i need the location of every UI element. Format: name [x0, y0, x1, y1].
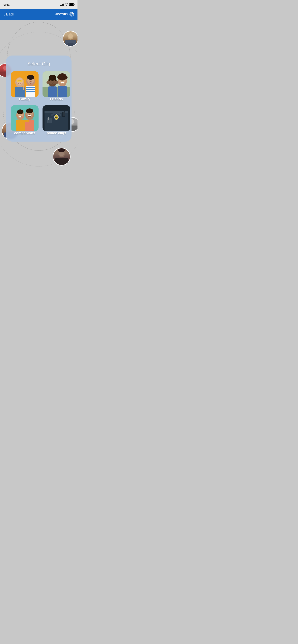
cliq-image-companions [11, 105, 39, 131]
svg-rect-52 [48, 86, 57, 97]
svg-rect-30 [22, 83, 23, 86]
svg-rect-40 [26, 91, 35, 92]
back-label: Back [6, 12, 14, 16]
svg-rect-60 [61, 82, 64, 83]
svg-rect-87 [49, 117, 49, 120]
cliq-image-police: PD [43, 105, 70, 131]
back-arrow-icon: ‹ [4, 12, 5, 17]
modal-title: Select Cliq [11, 61, 67, 66]
cliq-label-companions: companions [14, 131, 35, 135]
wifi-icon [65, 3, 68, 6]
svg-rect-73 [28, 115, 31, 116]
svg-rect-86 [48, 118, 51, 123]
history-icon [70, 12, 74, 16]
svg-rect-19 [55, 158, 68, 165]
svg-rect-75 [24, 120, 29, 122]
cliq-label-police: police cliqs [47, 131, 66, 135]
svg-rect-67 [19, 116, 22, 116]
cliq-image-family [11, 72, 39, 97]
svg-rect-38 [26, 87, 35, 88]
svg-rect-85 [64, 109, 65, 112]
cliq-item-companions[interactable]: companions [11, 105, 39, 135]
svg-rect-61 [58, 86, 67, 97]
back-button[interactable]: ‹ Back [4, 12, 14, 17]
history-button[interactable]: HISTORY [55, 12, 74, 16]
svg-rect-68 [16, 120, 25, 131]
select-cliq-modal: Select Cliq [6, 56, 72, 142]
svg-point-71 [26, 108, 33, 113]
svg-rect-35 [29, 82, 32, 82]
background-area: Select Cliq [0, 20, 77, 170]
svg-rect-31 [23, 83, 25, 86]
avatar-man-top-right [63, 31, 77, 46]
status-icons [60, 3, 74, 6]
svg-rect-39 [26, 89, 35, 90]
svg-point-66 [17, 110, 24, 114]
battery-icon [69, 3, 74, 6]
cliq-image-friends [43, 72, 70, 97]
avatar-woman-bottom-right [53, 148, 71, 166]
svg-point-58 [59, 74, 62, 77]
cliq-label-family: Family [19, 97, 30, 101]
nav-bar: ‹ Back HISTORY [0, 9, 77, 20]
svg-point-50 [47, 81, 51, 84]
history-label: HISTORY [55, 13, 68, 16]
svg-point-3 [68, 33, 73, 38]
svg-point-51 [54, 81, 58, 84]
signal-icon [60, 3, 64, 6]
cliq-item-police[interactable]: PD police cliqs [43, 105, 70, 135]
svg-rect-25 [18, 80, 21, 81]
cliq-grid: Family [11, 72, 67, 135]
svg-text:PD: PD [55, 116, 57, 118]
svg-point-36 [27, 75, 34, 80]
svg-rect-84 [63, 112, 65, 116]
status-time: 9:41 [4, 3, 10, 6]
status-bar: 9:41 [0, 0, 77, 9]
cliq-label-friends: Friends [50, 97, 63, 101]
cliq-item-friends[interactable]: Friends [43, 72, 70, 101]
cliq-item-family[interactable]: Family [11, 72, 39, 101]
svg-point-59 [63, 74, 66, 77]
